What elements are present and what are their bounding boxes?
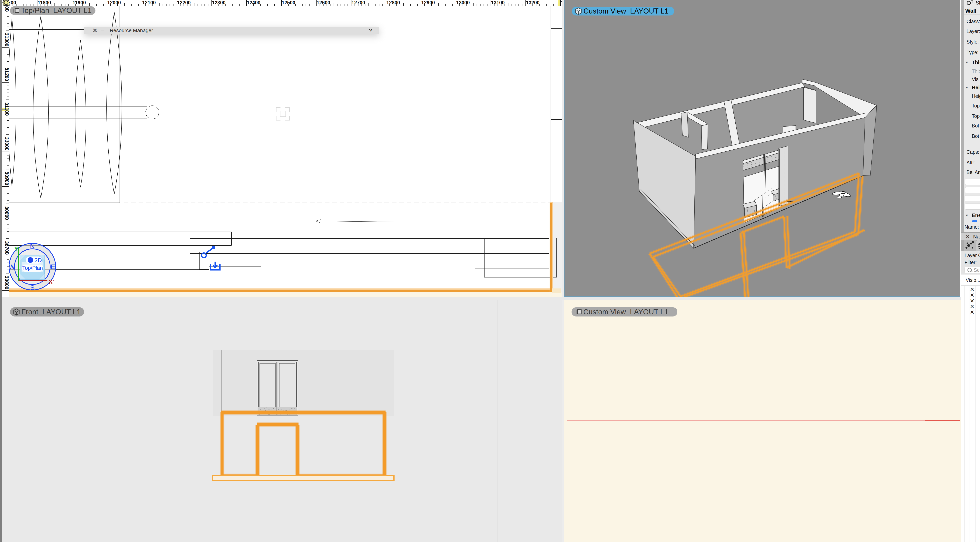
svg-text:Shape: Shape: [976, 0, 980, 6]
svg-text:W: W: [9, 263, 15, 270]
svg-text:13300: 13300: [561, 0, 562, 5]
svg-text:2D: 2D: [35, 257, 42, 263]
svg-text:31000: 31000: [4, 137, 10, 151]
svg-text:30700: 30700: [4, 241, 10, 255]
svg-text:N: N: [30, 242, 35, 250]
svg-text:E: E: [51, 263, 55, 270]
svg-text:31200: 31200: [4, 67, 10, 81]
svg-text:30600: 30600: [4, 276, 10, 289]
svg-text:X': X': [49, 279, 54, 285]
svg-text:Top/Plan: Top/Plan: [22, 265, 43, 271]
svg-text:30800: 30800: [4, 206, 10, 220]
svg-text:30900: 30900: [4, 172, 10, 185]
svg-text:S: S: [30, 284, 35, 291]
svg-text:31300: 31300: [4, 33, 10, 46]
svg-text:Y': Y': [14, 245, 19, 252]
